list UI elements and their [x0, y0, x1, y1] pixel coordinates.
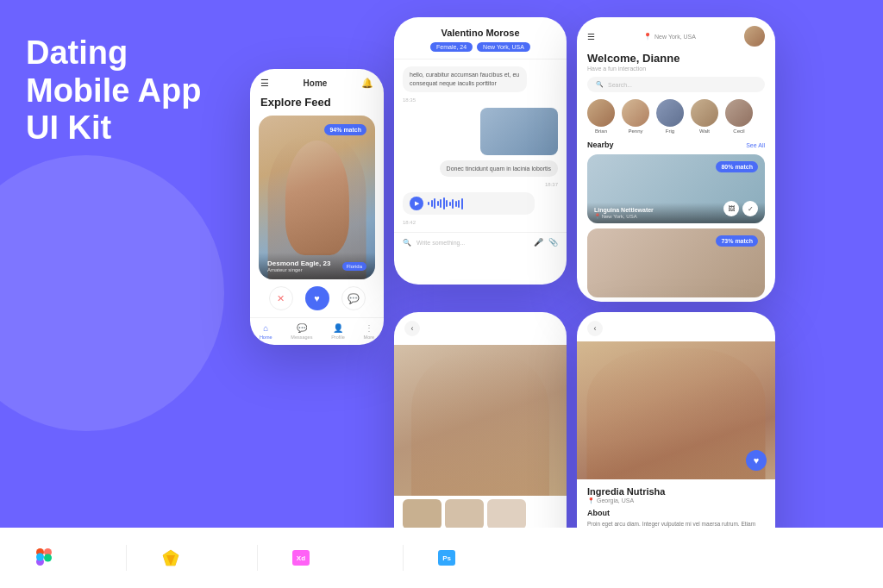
profile-main-image: [394, 345, 567, 496]
avatar-img-brian: [587, 99, 615, 127]
profile-card: 94% match Desmond Eagle, 23 Amateur sing…: [259, 116, 375, 279]
avatar-name-penny: Penny: [628, 128, 642, 134]
wave-bar: [437, 201, 439, 206]
thumb-2[interactable]: [445, 499, 484, 529]
right-column: ☰ 📍 New York, USA Welcome, Dianne Have a…: [577, 17, 775, 562]
profile-back: ‹: [394, 312, 567, 345]
search-bar[interactable]: 🔍 Search...: [587, 77, 765, 92]
tool-photoshop: Ps Photoshop: [438, 550, 519, 566]
search-icon: 🔍: [596, 81, 604, 88]
chat-input-area[interactable]: 🔍 Write something... 🎤 📎: [394, 232, 567, 252]
phone1-title: Home: [304, 78, 328, 88]
phone-welcome: ☰ 📍 New York, USA Welcome, Dianne Have a…: [577, 17, 775, 302]
location-badge: Florida: [342, 262, 366, 271]
ps-icon: Ps: [438, 550, 455, 566]
action-buttons: ✕ ♥ 💬: [250, 279, 384, 317]
nearby-gallery-btn[interactable]: 🖼: [723, 201, 739, 216]
avatar-walt[interactable]: Walt: [691, 99, 718, 134]
phones-container: ☰ Home 🔔 Explore Feed 94% match Desmond …: [241, 0, 883, 588]
wave-bar: [449, 202, 451, 206]
wave-bar: [443, 197, 445, 210]
avatar-penny[interactable]: Penny: [622, 99, 649, 134]
wave-bar: [434, 198, 435, 209]
detail-location: 📍 Georgia, USA: [587, 497, 765, 504]
middle-column: Valentino Morose Female, 24 New York, US…: [394, 17, 567, 588]
wave-bar: [461, 198, 463, 210]
home-icon: ⌂: [263, 323, 268, 333]
ps-label: Photoshop: [460, 552, 519, 565]
mic-icon[interactable]: 🎤: [534, 238, 543, 247]
detail-name: Ingredia Nutrisha: [587, 486, 765, 497]
play-button[interactable]: ▶: [410, 197, 423, 210]
wave-bar: [458, 200, 460, 208]
chat-media-person: [480, 108, 558, 155]
nav-more[interactable]: ⋮ More: [364, 323, 375, 340]
detail-back: ‹: [577, 312, 775, 341]
nav-home[interactable]: ⌂ Home: [260, 323, 272, 340]
heart-button[interactable]: ♥: [746, 450, 767, 471]
avatar-brian[interactable]: Brian: [587, 99, 615, 134]
back-button-2[interactable]: ‹: [587, 321, 603, 336]
search-icon: 🔍: [403, 239, 411, 247]
nearby-title: Nearby: [587, 141, 614, 149]
search-placeholder: Search...: [608, 82, 632, 88]
avatar-name-brian: Brian: [595, 128, 607, 134]
wave-bar: [440, 199, 442, 208]
left-panel: Dating Mobile App UI Kit: [0, 0, 241, 588]
nearby-check-btn[interactable]: ✓: [742, 201, 758, 216]
thumb-1[interactable]: [403, 499, 442, 529]
hamburger-icon[interactable]: ☰: [260, 78, 269, 89]
location-pin-icon: 📍: [643, 33, 652, 41]
nav-home-label: Home: [260, 335, 272, 340]
main-layout: Dating Mobile App UI Kit ☰ Home 🔔 Explor…: [0, 0, 883, 588]
chat-header: Valentino Morose Female, 24 New York, US…: [394, 17, 567, 59]
thumb-3[interactable]: [487, 499, 526, 529]
voice-message: ▶: [403, 192, 535, 215]
nav-profile[interactable]: 👤 Profile: [331, 323, 345, 340]
nav-more-label: More: [364, 335, 375, 340]
divider-2: [257, 545, 258, 571]
user-avatar[interactable]: [744, 26, 765, 47]
wave-bar: [431, 200, 433, 207]
nearby-header: Nearby See All: [587, 141, 765, 149]
detail-image: ♥: [577, 341, 775, 479]
chat-bubble-1: hello, curabitur accumsan faucibus et, e…: [403, 66, 527, 92]
avatar-name-cecil: Cecil: [733, 128, 744, 134]
welcome-sub: Have a fun interaction: [577, 66, 775, 77]
chat-bubble-2: Donec tincidunt quam in lacinia lobortis: [440, 160, 558, 178]
avatar-name-frig: Frig: [666, 128, 674, 134]
explore-title: Explore Feed: [250, 92, 384, 116]
avatar-img-frig: [656, 99, 684, 127]
avatar-frig[interactable]: Frig: [656, 99, 684, 134]
wave-bar: [446, 200, 448, 207]
title-section: Dating Mobile App UI Kit: [26, 34, 216, 147]
avatar-cecil[interactable]: Cecil: [725, 99, 753, 134]
wave-bar: [428, 202, 429, 205]
chat-media-image: [480, 108, 558, 155]
nav-profile-label: Profile: [331, 335, 345, 340]
nav-messages[interactable]: 💬 Messages: [291, 323, 312, 340]
chat-tags: Female, 24 New York, USA: [430, 42, 530, 52]
back-button[interactable]: ‹: [404, 321, 420, 336]
hamburger-icon-2[interactable]: ☰: [587, 32, 595, 41]
attachment-icon[interactable]: 📎: [548, 238, 558, 247]
see-all-link[interactable]: See All: [746, 142, 765, 148]
nearby-actions-1: 🖼 ✓: [723, 201, 758, 216]
welcome-title: Welcome, Dianne: [577, 50, 775, 66]
bell-icon[interactable]: 🔔: [361, 78, 373, 89]
like-button[interactable]: ♥: [305, 286, 329, 310]
about-title: About: [587, 509, 765, 517]
message-button[interactable]: 💬: [341, 286, 366, 310]
nav-messages-label: Messages: [291, 335, 312, 340]
location-area: 📍 New York, USA: [643, 33, 696, 41]
tool-adobexd: Xd Adobe XD: [292, 550, 368, 566]
page-title: Dating Mobile App UI Kit: [26, 34, 216, 147]
dislike-button[interactable]: ✕: [269, 286, 293, 310]
avatar-name-walt: Walt: [699, 128, 710, 134]
waveform: [428, 197, 463, 210]
xd-label: Adobe XD: [315, 552, 368, 565]
phone-chat: Valentino Morose Female, 24 New York, US…: [394, 17, 567, 285]
chat-tag-location: New York, USA: [477, 42, 530, 52]
chat-messages: hello, curabitur accumsan faucibus et, e…: [394, 59, 567, 232]
nearby-match-badge-2: 73% match: [716, 235, 758, 247]
